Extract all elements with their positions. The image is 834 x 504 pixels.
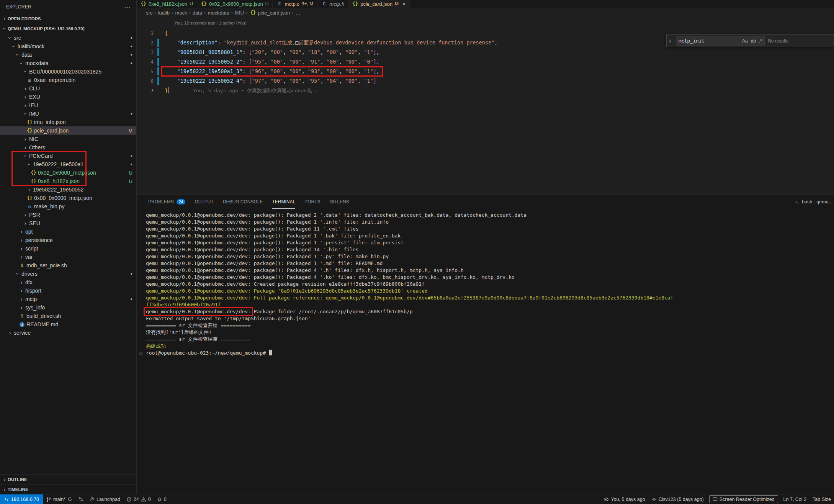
panel-tab-ports[interactable]: PORTS (304, 195, 320, 209)
json-file-icon: {} (26, 128, 33, 133)
editor-line-5[interactable]: 5 "19e50222_19e500a1_3": ["96", "00", "0… (137, 67, 834, 76)
editor-line-4[interactable]: 4 "19e50222_19e50052_2": ["95", "00", "0… (137, 57, 834, 67)
tree-item-19e50222_19e50052[interactable]: ›19e50222_19e50052 (0, 185, 136, 194)
regex-toggle[interactable]: .* (757, 38, 764, 44)
tree-item-build_driver.sh[interactable]: $build_driver.sh (0, 312, 136, 320)
tab-0x02_0x9600_mctp.json[interactable]: {}0x02_0x9600_mctp.jsonU (197, 0, 273, 8)
find-expand-chevron-icon[interactable]: › (667, 38, 673, 44)
breadcrumb-item-src[interactable]: src (146, 10, 152, 16)
open-editors-section[interactable]: › OPEN EDITORS (0, 14, 136, 24)
editor-line-3[interactable]: 3 "9005028f_90050801_1": ["20", "00", "0… (137, 47, 834, 57)
panel-tab-problems[interactable]: PROBLEMS24 (148, 195, 185, 209)
tree-item-0x02_0x9600_mctp.json[interactable]: {}0x02_0x9600_mctp.jsonU (0, 169, 136, 177)
tree-item-var[interactable]: ›var (0, 253, 136, 261)
breadcrumb-item-pcie_card.json[interactable]: {}pcie_card.json (249, 10, 290, 16)
status-cursor-position[interactable]: Ln 7, Col 2 (780, 494, 809, 504)
status-notifications[interactable]: 0 (154, 494, 170, 504)
terminal-output[interactable]: qemu_mockup/0.0.1@openubmc.dev/dev: pack… (137, 209, 834, 357)
tree-item-make_bin.py[interactable]: ⚙make_bin.py (0, 202, 136, 211)
code-editor[interactable]: You, 12 seconds ago | 1 author (You) 1{2… (137, 18, 834, 195)
tree-item-IEU[interactable]: ›IEU (0, 101, 136, 110)
tree-item-pcie_card.json[interactable]: {}pcie_card.jsonM (0, 126, 136, 135)
status-compare[interactable] (75, 494, 87, 504)
terminal-line: ========== sr 文件检查开始 ========== (146, 322, 834, 329)
tab-pcie_card.json[interactable]: {}pcie_card.jsonM× (348, 0, 410, 8)
tree-item-label: drivers (21, 271, 38, 277)
find-input[interactable]: mctp_init Aa ab .* (676, 36, 765, 46)
terminal-instance[interactable]: bash - qemu... (795, 195, 832, 209)
tree-item-0x00_0x0000_mctp.json[interactable]: {}0x00_0x0000_mctp.json (0, 194, 136, 202)
tree-item-19e50222_19e500a1[interactable]: ›19e50222_19e500a1● (0, 160, 136, 169)
breadcrumb-item-IMU[interactable]: IMU (235, 10, 244, 16)
tab-mctp.h[interactable]: Cmctp.h (317, 0, 348, 8)
line-content: { (165, 28, 168, 38)
tree-item-IMU[interactable]: ›IMU● (0, 110, 136, 118)
sh-file-icon: $ (18, 263, 26, 268)
tree-item-BCU/00000001020302031825[interactable]: ›BCU/00000001020302031825 (0, 67, 136, 76)
timeline-section[interactable]: › TIMELINE (0, 484, 136, 494)
code-token: , (339, 78, 345, 84)
status-problems[interactable]: 240 (123, 494, 154, 504)
status-git-branch[interactable]: main* (43, 494, 75, 504)
line-content: "19e50222_19e50052_4": ["97", "00", "00"… (165, 76, 376, 86)
tree-item-data[interactable]: ›data● (0, 51, 136, 59)
breadcrumb-item-data[interactable]: data (193, 10, 202, 16)
outline-section[interactable]: › OUTLINE (0, 474, 136, 484)
tab-mctp.c[interactable]: Cmctp.c9+, M (273, 0, 317, 8)
tree-item-CLU[interactable]: ›CLU (0, 84, 136, 93)
codelens-blame[interactable]: You, 12 seconds ago | 1 author (You) (174, 21, 834, 28)
panel-tab-debug-console[interactable]: DEBUG CONSOLE (223, 195, 263, 209)
tree-item-label: PCIeCard (29, 153, 52, 159)
tree-item-opt[interactable]: ›opt (0, 227, 136, 236)
tree-item-sys_info[interactable]: ›sys_info (0, 303, 136, 312)
tree-item-src[interactable]: ›src● (0, 34, 136, 42)
views-and-more-actions-icon[interactable]: ⋯ (124, 3, 130, 11)
breadcrumb-item-lualib[interactable]: lualib (158, 10, 170, 16)
tree-item-PCIeCard[interactable]: ›PCIeCard● (0, 152, 136, 160)
tree-item-Others[interactable]: ›Others (0, 143, 136, 152)
breadcrumb-item-mockdata[interactable]: mockdata (208, 10, 229, 16)
panel-tab-gitlens[interactable]: GITLENS (329, 195, 349, 209)
tree-item-EXU[interactable]: ›EXU (0, 93, 136, 101)
close-icon[interactable]: × (402, 1, 406, 7)
tab-0xe8_hi182x.json[interactable]: {}0xe8_hi182x.jsonU (137, 0, 197, 8)
workspace-section[interactable]: › QEMU_MOCKUP [SSH: 192.168.0.70] (0, 24, 136, 34)
status-tab-size[interactable]: Tab Size (809, 494, 834, 504)
code-token: "00" (345, 59, 358, 65)
tree-item-README.md[interactable]: iREADME.md (0, 320, 136, 329)
tree-item-service[interactable]: ›service (0, 329, 136, 337)
editor-line-6[interactable]: 6 "19e50222_19e50052_4": ["97", "00", "0… (137, 76, 834, 86)
editor-line-7[interactable]: 7}You, 5 days ago • 仿真数据和仿真驱动conan化 … (137, 86, 834, 95)
match-case-toggle[interactable]: Aa (741, 38, 749, 44)
tree-item-PSR[interactable]: ›PSR (0, 211, 136, 219)
tree-item-mockdata[interactable]: ›mockdata● (0, 59, 136, 67)
panel-tab-terminal[interactable]: TERMINAL (272, 195, 295, 209)
tree-item-imu_info.json[interactable]: {}imu_info.json (0, 118, 136, 126)
status-screen-reader-mode[interactable]: Screen Reader Optimized (709, 495, 778, 503)
panel-tab-output[interactable]: OUTPUT (195, 195, 213, 209)
breadcrumb-item-mock[interactable]: mock (175, 10, 187, 16)
tree-item-script[interactable]: ›script (0, 244, 136, 253)
tree-item-0xae_eeprom.bin[interactable]: ≡0xae_eeprom.bin (0, 76, 136, 84)
tree-item-label: service (14, 330, 31, 336)
status-line-blame[interactable]: You, 5 days ago (600, 494, 648, 504)
tree-item-mdb_set_pcie.sh[interactable]: $mdb_set_pcie.sh (0, 261, 136, 270)
tree-item-persistence[interactable]: ›persistence (0, 236, 136, 244)
chevron-down-icon: › (18, 60, 25, 66)
tree-item-mctp[interactable]: ›mctp● (0, 295, 136, 303)
breadcrumb-item-…[interactable]: … (296, 10, 301, 16)
tree-item-label: opt (25, 229, 33, 235)
status-launchpad[interactable]: Launchpad (87, 494, 123, 504)
tree-item-lualib/mock[interactable]: ›lualib/mock● (0, 42, 136, 51)
tree-item-hisport[interactable]: ›hisport (0, 286, 136, 295)
tree-item-drivers[interactable]: ›drivers● (0, 270, 136, 278)
code-token: "97" (252, 78, 265, 84)
status-last-commit[interactable]: Cisv123 (5 days ago) (648, 494, 707, 504)
tree-item-dfx[interactable]: ›dfx (0, 278, 136, 286)
tree-item-NIC[interactable]: ›NIC (0, 135, 136, 143)
find-query: mctp_init (679, 38, 741, 44)
status-remote-indicator[interactable]: 192.168.0.70 (0, 494, 43, 504)
tree-item-0xe8_hi182x.json[interactable]: {}0xe8_hi182x.jsonU (0, 177, 136, 185)
tree-item-SEU[interactable]: ›SEU (0, 219, 136, 227)
whole-word-toggle[interactable]: ab (749, 38, 757, 44)
